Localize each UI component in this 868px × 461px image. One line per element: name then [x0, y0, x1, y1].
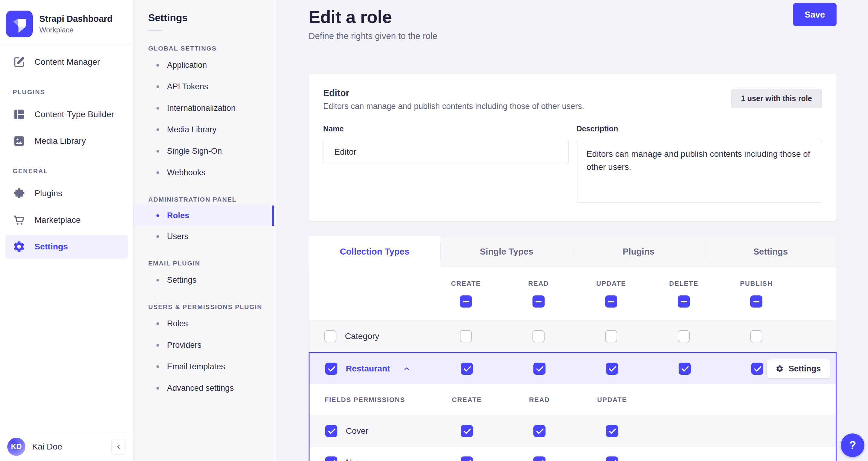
role-description-text: Editors can manage and publish contents … — [323, 102, 584, 111]
table-row-restaurant: Restaurant — [310, 353, 836, 384]
subnav-item-providers[interactable]: Providers — [133, 335, 274, 356]
subnav-item-single-sign-on[interactable]: Single Sign-On — [133, 140, 274, 162]
workspace-brand[interactable]: Strapi Dashboard Workplace — [0, 0, 133, 39]
subnav-item-api-tokens[interactable]: API Tokens — [133, 76, 274, 97]
subnav-item-label: Webhooks — [167, 168, 206, 177]
sidebar-item-content-manager[interactable]: Content Manager — [5, 50, 128, 74]
row-label[interactable]: Restaurant — [346, 364, 390, 374]
fields-permissions-header: FIELDS PERMISSIONS CREATE READ UPDATE — [310, 384, 836, 415]
category-read-checkbox[interactable] — [532, 330, 545, 342]
user-avatar[interactable]: KD — [7, 438, 25, 456]
category-delete-checkbox[interactable] — [678, 330, 690, 342]
strapi-logo-icon — [6, 10, 33, 37]
subnav-item-label: Application — [167, 61, 207, 70]
strapi-dashboard-app: Strapi Dashboard Workplace Content Manag… — [0, 0, 868, 461]
cover-create-checkbox[interactable] — [461, 425, 473, 437]
subnav-item-roles-up[interactable]: Roles — [133, 313, 274, 335]
subnav-item-label: Email templates — [167, 362, 225, 371]
name-update-checkbox[interactable] — [606, 457, 618, 461]
role-details-card: Editor Editors can manage and publish co… — [309, 74, 837, 221]
tab-settings[interactable]: Settings — [705, 236, 837, 267]
sidebar-item-settings[interactable]: Settings — [5, 235, 128, 259]
media-library-icon — [13, 135, 25, 147]
column-read: READ — [502, 280, 575, 308]
brand-text: Strapi Dashboard Workplace — [39, 13, 113, 34]
tab-plugins[interactable]: Plugins — [573, 236, 705, 267]
sidebar-item-label: Media Library — [34, 136, 86, 146]
settings-button-label: Settings — [788, 364, 821, 374]
subnav-item-advanced-settings[interactable]: Advanced settings — [133, 377, 274, 399]
sidebar-footer: KD Kai Doe — [0, 432, 133, 461]
cover-update-checkbox[interactable] — [606, 425, 618, 437]
sidebar-item-marketplace[interactable]: Marketplace — [5, 208, 128, 232]
permissions-header-row: CREATE READ UPDATE DELETE — [309, 267, 837, 320]
subnav-item-label: Users — [167, 232, 188, 241]
bullet-icon — [156, 322, 159, 325]
restaurant-settings-button[interactable]: Settings — [766, 359, 830, 378]
column-create: CREATE — [430, 280, 502, 308]
row-label: Name — [346, 458, 369, 461]
name-read-checkbox[interactable] — [533, 457, 546, 461]
field-row-name: Name — [310, 447, 836, 461]
column-label: UPDATE — [596, 280, 626, 288]
cover-read-checkbox[interactable] — [533, 425, 546, 437]
restaurant-label-cell: Restaurant — [310, 363, 431, 375]
bullet-icon — [156, 128, 159, 131]
select-all-create-checkbox[interactable] — [460, 295, 472, 308]
subnav-item-roles-admin[interactable]: Roles — [133, 205, 274, 226]
select-all-delete-checkbox[interactable] — [678, 295, 690, 308]
subnav-item-users[interactable]: Users — [133, 226, 274, 247]
sidebar-collapse-button[interactable] — [111, 439, 126, 455]
bullet-icon — [156, 279, 159, 282]
restaurant-update-checkbox[interactable] — [606, 363, 618, 375]
name-create-checkbox[interactable] — [461, 457, 473, 461]
permissions-tabs: Collection Types Single Types Plugins Se… — [309, 236, 837, 267]
subnav-item-media-library[interactable]: Media Library — [133, 119, 274, 140]
cover-row-checkbox[interactable] — [325, 425, 337, 437]
role-name-input[interactable] — [323, 140, 569, 164]
users-with-role-button[interactable]: 1 user with this role — [731, 89, 822, 108]
restaurant-publish-checkbox[interactable] — [751, 363, 763, 375]
column-label: PUBLISH — [740, 280, 773, 288]
restaurant-read-checkbox[interactable] — [533, 363, 546, 375]
category-create-checkbox[interactable] — [460, 330, 472, 342]
sidebar-item-label: Settings — [34, 242, 68, 252]
subnav-item-label: Advanced settings — [167, 383, 234, 393]
sidebar-item-content-type-builder[interactable]: Content-Type Builder — [5, 103, 128, 126]
subnav-item-internationalization[interactable]: Internationalization — [133, 97, 274, 119]
name-label-cell: Name — [310, 457, 431, 461]
subnav-item-webhooks[interactable]: Webhooks — [133, 162, 274, 183]
subnav-divider — [148, 30, 162, 31]
row-label[interactable]: Category — [345, 332, 379, 341]
restaurant-delete-checkbox[interactable] — [679, 363, 691, 375]
subnav-item-email-settings[interactable]: Settings — [133, 269, 274, 291]
bullet-icon — [156, 64, 159, 66]
bullet-icon — [156, 171, 159, 174]
category-row-checkbox[interactable] — [324, 330, 336, 342]
select-all-read-checkbox[interactable] — [532, 295, 545, 308]
select-all-update-checkbox[interactable] — [605, 295, 617, 308]
bullet-icon — [156, 344, 159, 347]
name-row-checkbox[interactable] — [325, 457, 337, 461]
subnav-item-email-templates[interactable]: Email templates — [133, 356, 274, 377]
subnav-section-administration-panel: ADMINISTRATION PANEL — [133, 196, 274, 203]
tab-single-types[interactable]: Single Types — [440, 236, 572, 267]
bullet-icon — [156, 107, 159, 110]
help-button[interactable]: ? — [841, 433, 864, 457]
role-title: Editor — [323, 88, 584, 98]
select-all-publish-checkbox[interactable] — [750, 295, 763, 308]
category-publish-checkbox[interactable] — [750, 330, 763, 342]
sidebar-item-plugins[interactable]: Plugins — [5, 182, 128, 205]
sidebar-item-media-library[interactable]: Media Library — [5, 129, 128, 153]
row-label: Cover — [346, 426, 369, 436]
tab-collection-types[interactable]: Collection Types — [309, 236, 440, 267]
category-update-checkbox[interactable] — [605, 330, 617, 342]
save-button[interactable]: Save — [793, 3, 837, 26]
role-description-input[interactable]: Editors can manage and publish contents … — [577, 140, 822, 203]
fields-column-create: CREATE — [431, 396, 503, 404]
main-sidebar: Strapi Dashboard Workplace Content Manag… — [0, 0, 133, 461]
chevron-up-icon[interactable] — [403, 365, 410, 373]
subnav-item-application[interactable]: Application — [133, 55, 274, 76]
restaurant-create-checkbox[interactable] — [461, 363, 473, 375]
restaurant-row-checkbox[interactable] — [325, 363, 337, 375]
